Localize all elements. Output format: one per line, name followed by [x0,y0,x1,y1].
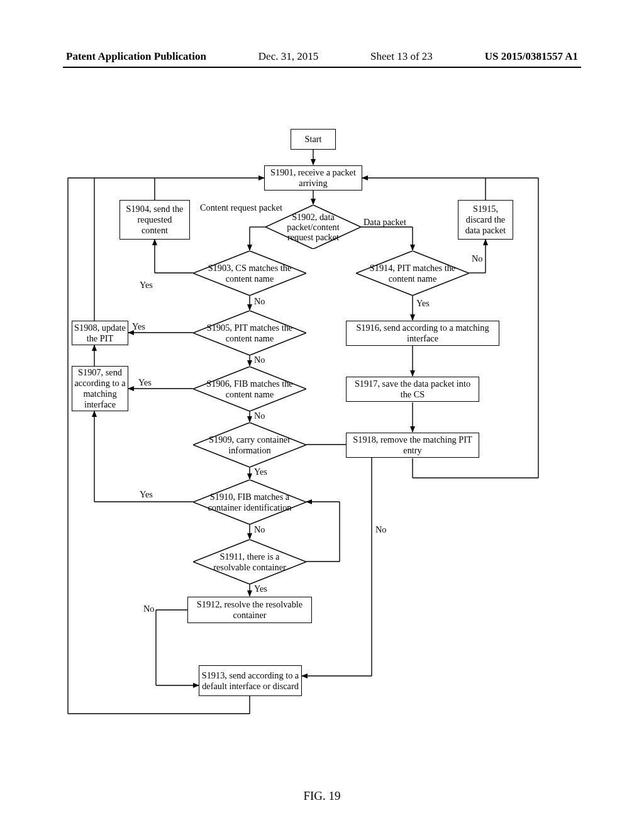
s1905-diamond: S1905, PIT matches the content name [193,311,306,355]
no-s1909: No [375,524,386,535]
flowchart-canvas: Start S1901, receive a packet arriving S… [63,94,581,723]
no-s1905: No [254,355,265,365]
s1903-diamond: S1903, CS matches the content name [193,251,306,296]
start-box: Start [291,129,336,150]
s1914-diamond: S1914, PIT matches the content name [356,251,469,296]
s1917-box: S1917, save the data packet into the CS [346,377,479,402]
header-date: Dec. 31, 2015 [258,50,318,63]
header-pubno: US 2015/0381557 A1 [485,50,578,63]
s1909-diamond: S1909, carry container information [193,423,306,467]
content-req-text: Content request packet [200,202,282,213]
s1916-box: S1916, send according to a matching inte… [346,321,499,346]
yes-s1905: Yes [132,321,145,332]
s1911-text: S1911, there is a resolvable container [202,551,297,572]
s1901-box: S1901, receive a packet arriving [264,165,362,191]
s1916-text: S1916, send according to a matching inte… [350,323,496,344]
s1914-text: S1914, PIT matches the content name [365,263,460,283]
yes-s1906: Yes [138,377,152,388]
s1904-text: S1904, send the requested content [123,204,186,236]
s1905-text: S1905, PIT matches the content name [202,323,297,343]
start-label: Start [304,134,321,145]
figure-label: FIG. 19 [63,789,581,803]
s1901-text: S1901, receive a packet arriving [268,167,358,189]
data-packet-text: Data packet [364,217,406,227]
header-sheet: Sheet 13 of 23 [370,50,433,63]
header-rule [63,67,581,68]
s1915-text: S1915, discard the data packet [462,204,509,236]
s1906-diamond: S1906, FIB matches the content name [193,367,306,411]
no-s1903: No [254,296,265,307]
s1904-box: S1904, send the requested content [119,200,190,240]
label-data-packet: Data packet [364,217,406,228]
s1918-text: S1918, remove the matching PIT entry [350,434,475,456]
s1907-box: S1907, send according to a matching inte… [72,366,128,411]
no-s1911-left: No [143,604,154,614]
s1918-box: S1918, remove the matching PIT entry [346,433,479,458]
page-header: Patent Application Publication Dec. 31, … [0,50,644,63]
yes-s1914: Yes [416,298,430,309]
s1912-box: S1912, resolve the resolvable container [187,597,312,623]
s1908-box: S1908, update the PIT [72,321,128,345]
s1912-text: S1912, resolve the resolvable container [191,599,308,621]
yes-s1903: Yes [140,280,153,290]
no-s1914: No [472,253,482,264]
s1915-box: S1915, discard the data packet [458,200,513,240]
s1909-text: S1909, carry container information [202,434,297,455]
no-s1906: No [254,411,265,421]
s1913-text: S1913, send according to a default inter… [201,670,300,692]
no-s1910: No [254,524,265,535]
s1910-diamond: S1910, FIB matches a container identific… [193,480,306,524]
s1903-text: S1903, CS matches the content name [202,263,297,283]
yes-s1909: Yes [254,467,267,477]
s1906-text: S1906, FIB matches the content name [202,379,297,399]
yes-s1911: Yes [254,584,267,594]
s1908-text: S1908, update the PIT [74,323,126,344]
yes-s1910: Yes [140,489,153,500]
label-content-req: Content request packet [200,202,260,213]
s1910-text: S1910, FIB matches a container identific… [202,492,297,512]
s1907-text: S1907, send according to a matching inte… [74,367,126,409]
s1917-text: S1917, save the data packet into the CS [350,379,475,400]
s1911-diamond: S1911, there is a resolvable container [193,540,306,584]
s1902-text: S1902, data packet/content request packe… [274,212,352,242]
header-title: Patent Application Publication [66,50,206,63]
s1913-box: S1913, send according to a default inter… [199,665,302,696]
